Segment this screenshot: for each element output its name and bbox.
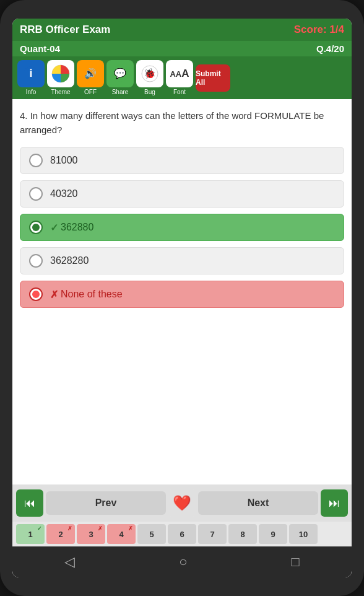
share-label: Share [112, 89, 129, 95]
submit-all-button[interactable]: Submit All [196, 64, 230, 92]
font-icon: AAA [166, 60, 193, 87]
sound-button[interactable]: 🔊 OFF [77, 60, 104, 95]
grid-cell-9[interactable]: 9 [259, 524, 287, 544]
grid-cell-5[interactable]: 5 [137, 524, 166, 544]
app-title: RRB Officer Exam [20, 24, 110, 36]
option-e[interactable]: ✗ None of these [20, 281, 344, 308]
cell-7-num: 7 [210, 530, 214, 539]
option-a[interactable]: 81000 [20, 147, 344, 174]
info-icon: i [17, 60, 45, 87]
section-title: Quant-04 [20, 43, 60, 54]
cell-10-num: 10 [299, 530, 308, 539]
question-grid: ✓ 1 ✗ 2 ✗ 3 ✗ 4 5 6 7 [12, 522, 352, 546]
cell-4-num: 4 [119, 530, 123, 539]
back-icon[interactable]: ◁ [64, 554, 75, 570]
phone-frame: RRB Officer Exam Score: 1/4 Quant-04 Q.4… [0, 0, 364, 596]
cell-3-indicator: ✗ [98, 525, 103, 532]
first-question-button[interactable]: ⏮ [16, 489, 43, 517]
cell-6-num: 6 [180, 530, 184, 539]
wrong-crossmark: ✗ [50, 289, 58, 300]
header-top: RRB Officer Exam Score: 1/4 [12, 19, 352, 41]
cell-4-indicator: ✗ [128, 525, 133, 532]
svg-text:🔊: 🔊 [84, 68, 97, 79]
cell-5-num: 5 [149, 530, 154, 539]
cell-1-indicator: ✓ [37, 525, 42, 532]
radio-c [29, 221, 43, 234]
question-number-inline: 4. [20, 110, 30, 121]
cell-2-num: 2 [58, 530, 63, 539]
sound-icon: 🔊 [77, 60, 104, 87]
theme-icon [47, 60, 74, 87]
grid-cell-10[interactable]: 10 [289, 524, 318, 544]
svg-text:i: i [29, 67, 32, 79]
heart-icon: ❤️ [173, 494, 191, 512]
bug-label: Bug [144, 89, 155, 95]
header-sub: Quant-04 Q.4/20 [12, 41, 352, 56]
grid-cell-3[interactable]: ✗ 3 [77, 524, 105, 544]
grid-cell-4[interactable]: ✗ 4 [107, 524, 136, 544]
bug-icon: 🐞 [136, 60, 163, 87]
radio-e [29, 287, 43, 301]
question-number: Q.4/20 [316, 43, 344, 54]
bug-button[interactable]: 🐞 Bug [136, 60, 163, 95]
recents-icon[interactable]: □ [292, 554, 300, 570]
next-label: Next [248, 497, 269, 509]
submit-label: Submit All [196, 69, 230, 87]
option-b[interactable]: 40320 [20, 180, 344, 208]
correct-checkmark: ✓ [50, 222, 58, 234]
font-button[interactable]: AAA Font [166, 60, 193, 95]
share-button[interactable]: 💬 Share [106, 60, 134, 95]
font-label: Font [173, 89, 186, 95]
question-body: In how many different ways can the lette… [20, 110, 324, 135]
grid-cell-1[interactable]: ✓ 1 [16, 524, 45, 544]
submit-icon: Submit All [196, 64, 230, 92]
content-area: 4. In how many different ways can the le… [12, 99, 352, 484]
share-icon: 💬 [106, 60, 134, 87]
radio-b [29, 187, 43, 201]
radio-d [29, 254, 43, 268]
theme-button[interactable]: Theme [47, 60, 74, 95]
last-question-button[interactable]: ⏭ [321, 489, 348, 517]
grid-cell-8[interactable]: 8 [228, 524, 257, 544]
option-c-text: 362880 [61, 222, 93, 233]
toolbar: i Info Theme 🔊 [12, 56, 352, 99]
option-a-text: 81000 [50, 155, 78, 166]
theme-label: Theme [51, 89, 70, 95]
next-button[interactable]: Next [198, 491, 318, 515]
screen: RRB Officer Exam Score: 1/4 Quant-04 Q.4… [12, 19, 352, 577]
grid-cell-6[interactable]: 6 [168, 524, 196, 544]
grid-cell-7[interactable]: 7 [198, 524, 227, 544]
score-display: Score: 1/4 [294, 24, 344, 36]
option-c[interactable]: ✓ 362880 [20, 214, 344, 241]
cell-3-num: 3 [89, 530, 93, 539]
system-nav-bar: ◁ ○ □ [12, 546, 352, 577]
bottom-nav: ⏮ Prev ❤️ Next ⏭ [12, 484, 352, 522]
cell-9-num: 9 [271, 530, 275, 539]
radio-a [29, 154, 43, 167]
prev-button[interactable]: Prev [46, 491, 166, 515]
cell-8-num: 8 [240, 530, 245, 539]
option-d-text: 3628280 [50, 255, 89, 266]
sound-label: OFF [84, 89, 97, 95]
info-button[interactable]: i Info [17, 60, 45, 95]
info-label: Info [26, 89, 37, 95]
grid-cell-2[interactable]: ✗ 2 [46, 524, 75, 544]
favorite-button[interactable]: ❤️ [168, 489, 196, 517]
option-e-text: None of these [61, 289, 123, 300]
cell-2-indicator: ✗ [67, 525, 72, 532]
question-text: 4. In how many different ways can the le… [20, 109, 344, 137]
option-b-text: 40320 [50, 188, 78, 199]
prev-label: Prev [95, 497, 117, 509]
svg-text:💬: 💬 [114, 68, 126, 79]
home-icon[interactable]: ○ [179, 554, 187, 570]
cell-1-num: 1 [28, 530, 32, 539]
option-d[interactable]: 3628280 [20, 247, 344, 274]
svg-text:🐞: 🐞 [144, 68, 156, 79]
